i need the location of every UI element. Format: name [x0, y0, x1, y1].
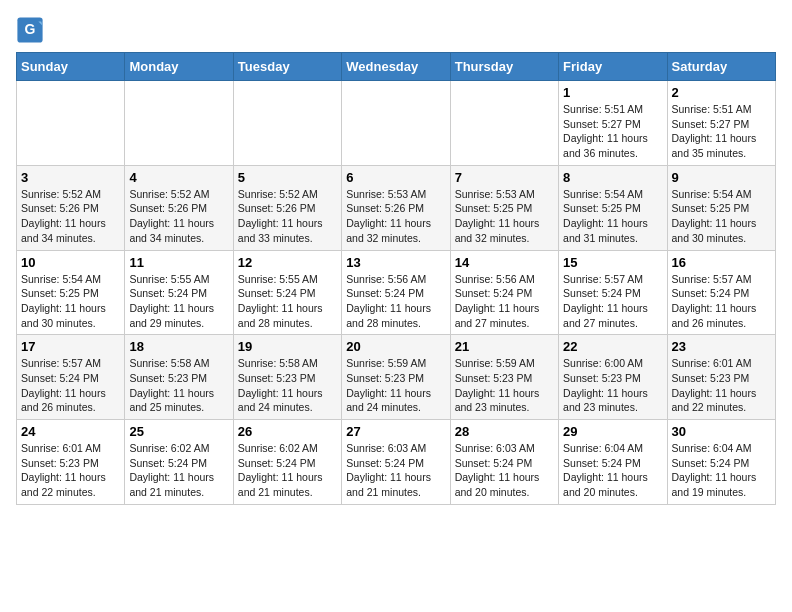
day-info: Sunrise: 5:54 AM Sunset: 5:25 PM Dayligh…: [672, 187, 771, 246]
calendar-cell: 9Sunrise: 5:54 AM Sunset: 5:25 PM Daylig…: [667, 165, 775, 250]
day-number: 8: [563, 170, 662, 185]
day-number: 22: [563, 339, 662, 354]
calendar-cell: 26Sunrise: 6:02 AM Sunset: 5:24 PM Dayli…: [233, 420, 341, 505]
calendar-header: SundayMondayTuesdayWednesdayThursdayFrid…: [17, 53, 776, 81]
calendar-cell: 17Sunrise: 5:57 AM Sunset: 5:24 PM Dayli…: [17, 335, 125, 420]
day-number: 20: [346, 339, 445, 354]
day-number: 3: [21, 170, 120, 185]
day-number: 6: [346, 170, 445, 185]
day-info: Sunrise: 5:56 AM Sunset: 5:24 PM Dayligh…: [346, 272, 445, 331]
day-info: Sunrise: 5:54 AM Sunset: 5:25 PM Dayligh…: [21, 272, 120, 331]
day-info: Sunrise: 5:58 AM Sunset: 5:23 PM Dayligh…: [238, 356, 337, 415]
day-number: 13: [346, 255, 445, 270]
calendar-cell: 16Sunrise: 5:57 AM Sunset: 5:24 PM Dayli…: [667, 250, 775, 335]
calendar-cell: 8Sunrise: 5:54 AM Sunset: 5:25 PM Daylig…: [559, 165, 667, 250]
day-info: Sunrise: 6:03 AM Sunset: 5:24 PM Dayligh…: [346, 441, 445, 500]
day-number: 11: [129, 255, 228, 270]
header-cell-sunday: Sunday: [17, 53, 125, 81]
calendar-cell: 19Sunrise: 5:58 AM Sunset: 5:23 PM Dayli…: [233, 335, 341, 420]
day-number: 23: [672, 339, 771, 354]
day-info: Sunrise: 6:02 AM Sunset: 5:24 PM Dayligh…: [238, 441, 337, 500]
week-row-1: 3Sunrise: 5:52 AM Sunset: 5:26 PM Daylig…: [17, 165, 776, 250]
logo: G: [16, 16, 48, 44]
header-row: SundayMondayTuesdayWednesdayThursdayFrid…: [17, 53, 776, 81]
calendar-cell: 20Sunrise: 5:59 AM Sunset: 5:23 PM Dayli…: [342, 335, 450, 420]
day-info: Sunrise: 5:55 AM Sunset: 5:24 PM Dayligh…: [129, 272, 228, 331]
calendar-cell: 11Sunrise: 5:55 AM Sunset: 5:24 PM Dayli…: [125, 250, 233, 335]
calendar-cell: 2Sunrise: 5:51 AM Sunset: 5:27 PM Daylig…: [667, 81, 775, 166]
calendar-cell: 4Sunrise: 5:52 AM Sunset: 5:26 PM Daylig…: [125, 165, 233, 250]
day-number: 10: [21, 255, 120, 270]
day-info: Sunrise: 5:55 AM Sunset: 5:24 PM Dayligh…: [238, 272, 337, 331]
day-info: Sunrise: 5:56 AM Sunset: 5:24 PM Dayligh…: [455, 272, 554, 331]
calendar-cell: 24Sunrise: 6:01 AM Sunset: 5:23 PM Dayli…: [17, 420, 125, 505]
day-number: 16: [672, 255, 771, 270]
day-info: Sunrise: 5:59 AM Sunset: 5:23 PM Dayligh…: [455, 356, 554, 415]
day-number: 21: [455, 339, 554, 354]
week-row-2: 10Sunrise: 5:54 AM Sunset: 5:25 PM Dayli…: [17, 250, 776, 335]
calendar-cell: 13Sunrise: 5:56 AM Sunset: 5:24 PM Dayli…: [342, 250, 450, 335]
calendar-cell: 14Sunrise: 5:56 AM Sunset: 5:24 PM Dayli…: [450, 250, 558, 335]
calendar-cell: [17, 81, 125, 166]
day-number: 30: [672, 424, 771, 439]
calendar-cell: 25Sunrise: 6:02 AM Sunset: 5:24 PM Dayli…: [125, 420, 233, 505]
calendar-cell: 23Sunrise: 6:01 AM Sunset: 5:23 PM Dayli…: [667, 335, 775, 420]
day-info: Sunrise: 5:53 AM Sunset: 5:25 PM Dayligh…: [455, 187, 554, 246]
logo-icon: G: [16, 16, 44, 44]
header-cell-monday: Monday: [125, 53, 233, 81]
day-info: Sunrise: 5:58 AM Sunset: 5:23 PM Dayligh…: [129, 356, 228, 415]
calendar-cell: 18Sunrise: 5:58 AM Sunset: 5:23 PM Dayli…: [125, 335, 233, 420]
calendar-cell: 30Sunrise: 6:04 AM Sunset: 5:24 PM Dayli…: [667, 420, 775, 505]
calendar-cell: 1Sunrise: 5:51 AM Sunset: 5:27 PM Daylig…: [559, 81, 667, 166]
header-cell-tuesday: Tuesday: [233, 53, 341, 81]
header: G: [16, 16, 776, 44]
day-info: Sunrise: 6:01 AM Sunset: 5:23 PM Dayligh…: [21, 441, 120, 500]
calendar-cell: 27Sunrise: 6:03 AM Sunset: 5:24 PM Dayli…: [342, 420, 450, 505]
calendar-cell: 7Sunrise: 5:53 AM Sunset: 5:25 PM Daylig…: [450, 165, 558, 250]
day-number: 4: [129, 170, 228, 185]
day-info: Sunrise: 5:57 AM Sunset: 5:24 PM Dayligh…: [672, 272, 771, 331]
day-info: Sunrise: 6:00 AM Sunset: 5:23 PM Dayligh…: [563, 356, 662, 415]
day-number: 1: [563, 85, 662, 100]
week-row-0: 1Sunrise: 5:51 AM Sunset: 5:27 PM Daylig…: [17, 81, 776, 166]
day-number: 12: [238, 255, 337, 270]
day-number: 5: [238, 170, 337, 185]
day-info: Sunrise: 5:59 AM Sunset: 5:23 PM Dayligh…: [346, 356, 445, 415]
day-info: Sunrise: 5:57 AM Sunset: 5:24 PM Dayligh…: [563, 272, 662, 331]
day-info: Sunrise: 6:02 AM Sunset: 5:24 PM Dayligh…: [129, 441, 228, 500]
day-number: 26: [238, 424, 337, 439]
day-number: 17: [21, 339, 120, 354]
day-info: Sunrise: 5:52 AM Sunset: 5:26 PM Dayligh…: [238, 187, 337, 246]
header-cell-wednesday: Wednesday: [342, 53, 450, 81]
day-number: 15: [563, 255, 662, 270]
week-row-3: 17Sunrise: 5:57 AM Sunset: 5:24 PM Dayli…: [17, 335, 776, 420]
calendar-body: 1Sunrise: 5:51 AM Sunset: 5:27 PM Daylig…: [17, 81, 776, 505]
day-info: Sunrise: 6:04 AM Sunset: 5:24 PM Dayligh…: [563, 441, 662, 500]
calendar-cell: [450, 81, 558, 166]
header-cell-friday: Friday: [559, 53, 667, 81]
day-info: Sunrise: 5:51 AM Sunset: 5:27 PM Dayligh…: [563, 102, 662, 161]
calendar-table: SundayMondayTuesdayWednesdayThursdayFrid…: [16, 52, 776, 505]
calendar-cell: 12Sunrise: 5:55 AM Sunset: 5:24 PM Dayli…: [233, 250, 341, 335]
day-number: 14: [455, 255, 554, 270]
day-number: 18: [129, 339, 228, 354]
day-number: 28: [455, 424, 554, 439]
day-number: 29: [563, 424, 662, 439]
day-number: 2: [672, 85, 771, 100]
day-number: 19: [238, 339, 337, 354]
calendar-cell: 15Sunrise: 5:57 AM Sunset: 5:24 PM Dayli…: [559, 250, 667, 335]
day-info: Sunrise: 6:04 AM Sunset: 5:24 PM Dayligh…: [672, 441, 771, 500]
week-row-4: 24Sunrise: 6:01 AM Sunset: 5:23 PM Dayli…: [17, 420, 776, 505]
header-cell-saturday: Saturday: [667, 53, 775, 81]
calendar-cell: 21Sunrise: 5:59 AM Sunset: 5:23 PM Dayli…: [450, 335, 558, 420]
day-info: Sunrise: 6:03 AM Sunset: 5:24 PM Dayligh…: [455, 441, 554, 500]
day-number: 9: [672, 170, 771, 185]
day-info: Sunrise: 6:01 AM Sunset: 5:23 PM Dayligh…: [672, 356, 771, 415]
day-info: Sunrise: 5:52 AM Sunset: 5:26 PM Dayligh…: [129, 187, 228, 246]
calendar-cell: 3Sunrise: 5:52 AM Sunset: 5:26 PM Daylig…: [17, 165, 125, 250]
day-number: 7: [455, 170, 554, 185]
calendar-cell: 29Sunrise: 6:04 AM Sunset: 5:24 PM Dayli…: [559, 420, 667, 505]
svg-text:G: G: [25, 21, 36, 37]
calendar-cell: 10Sunrise: 5:54 AM Sunset: 5:25 PM Dayli…: [17, 250, 125, 335]
day-info: Sunrise: 5:54 AM Sunset: 5:25 PM Dayligh…: [563, 187, 662, 246]
